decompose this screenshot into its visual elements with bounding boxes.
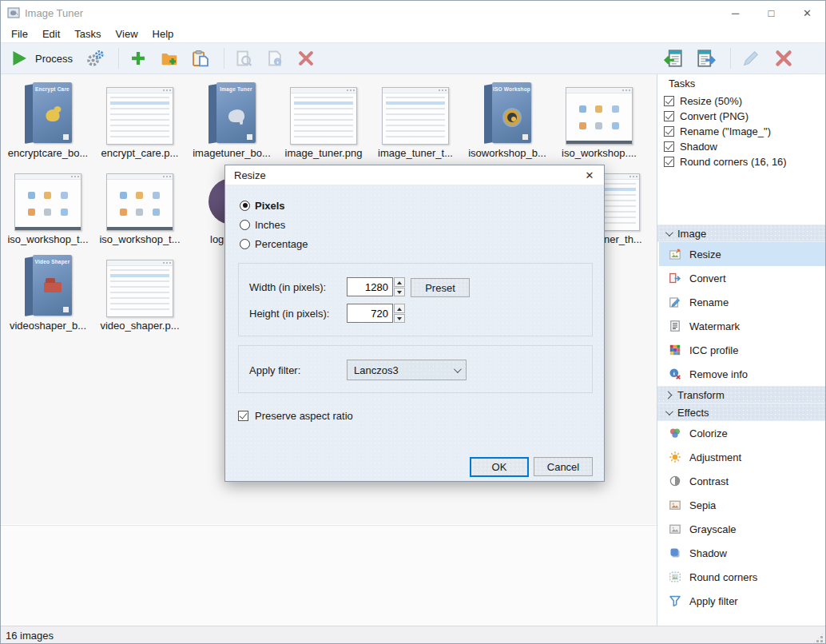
maximize-button[interactable]: □ (753, 1, 789, 25)
gears-icon (86, 50, 104, 67)
resize-grip-icon[interactable] (813, 633, 824, 643)
sidebar-item-shadow[interactable]: Shadow (659, 541, 826, 565)
task-checkbox[interactable] (664, 126, 674, 137)
radio-button-icon[interactable] (240, 201, 250, 211)
menu-edit[interactable]: Edit (35, 26, 67, 42)
thumbnail-item[interactable]: iso_workshop_t... (96, 165, 184, 248)
radio-inches[interactable]: Inches (240, 218, 285, 231)
thumbnail-label: iso_workshop.... (555, 147, 643, 159)
close-button[interactable]: ✕ (789, 1, 825, 25)
width-spinner-down-icon[interactable] (394, 288, 405, 297)
box-title: Video Shaper (33, 255, 72, 264)
task-checkbox-row[interactable]: Resize (50%) (664, 93, 742, 109)
task-checkbox-row[interactable]: Convert (PNG) (664, 109, 749, 124)
process-label: Process (35, 53, 73, 65)
sidebar-item-remove-info[interactable]: Remove info (659, 362, 826, 386)
sidebar-item-resize[interactable]: Resize (659, 242, 826, 266)
thumbnail-label: iso_workshop_t... (4, 233, 92, 245)
task-checkbox-row[interactable]: Shadow (664, 139, 717, 154)
icc-profile-icon (669, 344, 681, 356)
preview-button[interactable] (230, 47, 257, 70)
menu-file[interactable]: File (4, 26, 35, 42)
ok-button[interactable]: OK (470, 457, 529, 477)
thumbnail-item[interactable]: iso_workshop.... (555, 79, 643, 162)
thumbnail-image (96, 79, 184, 145)
thumbnail-item[interactable]: Encrypt Care encryptcare_bo... (4, 79, 92, 162)
delete-task-button[interactable] (769, 46, 798, 70)
sidebar-item-colorize[interactable]: Colorize (659, 421, 826, 445)
screenshot-thumb (290, 87, 357, 145)
remove-images-button[interactable] (292, 47, 320, 70)
preserve-aspect-label: Preserve aspect ratio (255, 410, 353, 422)
sidebar-item-label: Grayscale (689, 523, 737, 535)
section-header-transform[interactable]: Transform (657, 386, 826, 403)
task-checkbox-row[interactable]: Round corners (16, 16) (664, 154, 787, 169)
radio-button-icon[interactable] (240, 220, 250, 230)
section-header-effects[interactable]: Effects (657, 403, 826, 421)
thumbnail-item[interactable]: image_tuner_t... (371, 79, 459, 162)
menu-view[interactable]: View (109, 26, 145, 42)
width-input[interactable] (347, 277, 393, 296)
paste-button[interactable] (187, 47, 214, 70)
filter-dropdown[interactable]: Lanczos3 (347, 360, 467, 380)
sidebar-item-rename[interactable]: Rename (659, 290, 826, 314)
thumbnail-item[interactable]: video_shaper.p... (96, 252, 184, 335)
barcode-icon (247, 134, 252, 140)
task-checkbox[interactable] (664, 96, 674, 106)
status-bar: 16 images (1, 626, 825, 644)
radio-pixels[interactable]: Pixels (240, 199, 285, 212)
minimize-button[interactable]: ─ (717, 1, 753, 25)
sidebar-item-icc-profile[interactable]: ICC profile (659, 338, 826, 362)
task-checkbox-row[interactable]: Rename ("Image_") (664, 124, 771, 139)
radio-button-icon[interactable] (240, 239, 250, 249)
chevron-down-icon (454, 365, 462, 373)
apply-filter-label: Apply filter: (249, 364, 300, 376)
sidebar-item-apply-filter[interactable]: Apply filter (659, 589, 826, 613)
section-header-image[interactable]: Image (657, 225, 826, 242)
preset-button[interactable]: Preset (411, 278, 470, 297)
sidebar-item-round-corners[interactable]: Round corners (659, 565, 826, 589)
thumbnail-item[interactable]: Video Shaper videoshaper_b... (4, 252, 92, 335)
task-checkbox[interactable] (664, 157, 674, 167)
menu-help[interactable]: Help (145, 26, 181, 42)
cancel-button[interactable]: Cancel (534, 457, 593, 476)
image-info-button[interactable] (261, 47, 288, 70)
thumbnail-item[interactable]: ISO Workshop isoworkshop_b... (463, 79, 551, 162)
add-folder-button[interactable] (156, 47, 183, 70)
screenshot-thumb (382, 87, 449, 145)
thumbnail-item[interactable]: encrypt_care.p... (96, 79, 184, 162)
height-spinner-up-icon[interactable] (394, 304, 405, 313)
thumbnail-item[interactable]: Image Tuner imagetuner_bo... (188, 79, 276, 162)
preserve-aspect-checkbox[interactable] (238, 411, 248, 421)
toolbar-separator (730, 48, 731, 69)
height-input[interactable] (347, 304, 393, 323)
task-checkbox[interactable] (664, 141, 674, 152)
thumbnail-item[interactable]: image_tuner.png (280, 79, 367, 162)
height-spinner-down-icon[interactable] (394, 314, 405, 324)
menu-tasks[interactable]: Tasks (67, 26, 108, 42)
sidebar-item-convert[interactable]: Convert (659, 266, 826, 290)
radio-percentage[interactable]: Percentage (240, 237, 308, 250)
tasks-panel-title: Tasks (669, 78, 695, 89)
add-images-button[interactable] (125, 47, 152, 70)
mini-icon (120, 209, 127, 216)
sidebar-item-contrast[interactable]: Contrast (659, 469, 826, 493)
window-title: Image Tuner (25, 7, 83, 19)
import-tasks-button[interactable] (659, 46, 688, 70)
sidebar-item-adjustment[interactable]: Adjustment (659, 445, 826, 469)
edit-task-button[interactable] (737, 46, 765, 70)
dialog-close-icon[interactable]: ✕ (582, 168, 598, 182)
sidebar-item-watermark[interactable]: Watermark (659, 314, 826, 338)
thumbnail-item[interactable]: iso_workshop_t... (4, 165, 92, 248)
product-box-thumb: Video Shaper (24, 255, 72, 317)
task-checkbox[interactable] (664, 111, 674, 121)
width-spinner-up-icon[interactable] (394, 277, 405, 287)
sidebar-item-sepia[interactable]: Sepia (659, 493, 826, 517)
settings-button[interactable] (81, 47, 109, 70)
barcode-icon (522, 134, 528, 140)
export-tasks-button[interactable] (692, 46, 721, 70)
duck-emblem-icon (46, 109, 59, 121)
dialog-title-bar: Resize ✕ (225, 165, 604, 185)
sidebar-item-grayscale[interactable]: Grayscale (659, 517, 826, 541)
process-button[interactable]: Process (6, 47, 77, 70)
